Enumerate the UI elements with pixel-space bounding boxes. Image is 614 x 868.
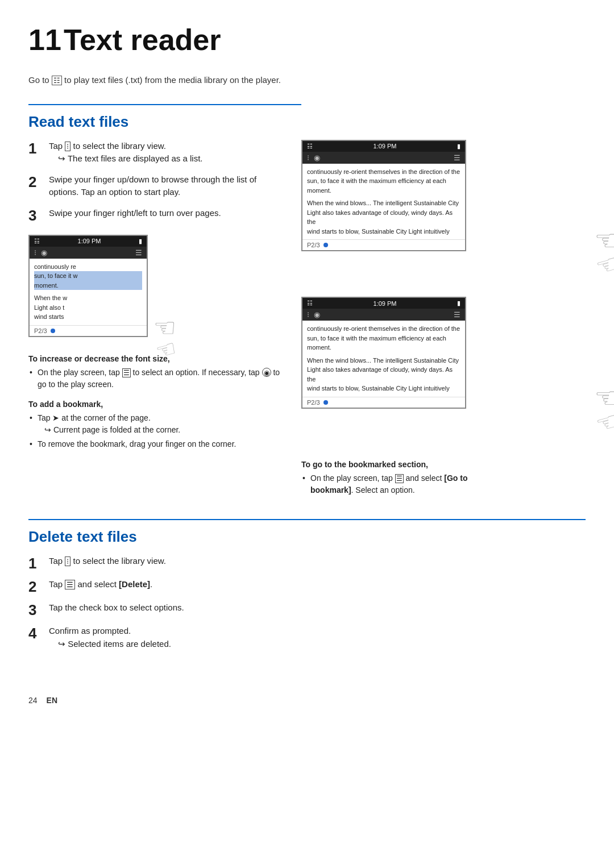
device-bot-line3: moment. xyxy=(307,343,460,352)
delete-section-divider xyxy=(28,519,586,520)
right-column: ☷ 1:09 PM ▮ ⁝ ◉ ☰ continuously re-orient… xyxy=(301,140,586,496)
swipe-hand-top-icon2: ☞ xyxy=(593,248,614,282)
bookmark-go-bullets: • On the play screen, tap ☰ and select [… xyxy=(301,472,472,496)
device-bot-dots-icon: ⁝ xyxy=(307,310,309,319)
font-size-bullet-1: • On the play screen, tap ☰ to select an… xyxy=(28,367,284,391)
device-top-page: P2/3 xyxy=(307,242,320,248)
delete-section: Delete text files 1 Tap ⁝ to select the … xyxy=(28,519,586,651)
device-bot-menu-icon: ☰ xyxy=(454,310,460,319)
device-top-menu-icon: ☰ xyxy=(454,153,460,162)
device-top-line6: wind starts to blow, Sustainable City Li… xyxy=(307,227,460,236)
device-top-icon-right: ▮ xyxy=(457,143,460,150)
step-1: 1 Tap ⁝ to select the library view. ↪ Th… xyxy=(28,140,284,165)
device-small-icon-right: ▮ xyxy=(139,238,142,245)
device-top-line4: When the wind blows... The intelligent S… xyxy=(307,198,460,208)
device-top-dot xyxy=(323,243,328,247)
step-2-content: Swipe your finger up/down to browse thro… xyxy=(49,173,284,199)
swipe-hand-bot-icon2: ☞ xyxy=(593,405,614,439)
page-title: 11 Text reader xyxy=(28,23,586,57)
device-small-time: 1:09 PM xyxy=(78,238,101,244)
device-large-bottom: ☷ 1:09 PM ▮ ⁝ ◉ ☰ continuously re-orient… xyxy=(301,297,586,409)
page-footer: 24 EN xyxy=(28,696,586,705)
delete-step-1: 1 Tap ⁝ to select the library view. xyxy=(28,555,358,572)
device-top-dots-icon: ⁝ xyxy=(307,153,309,162)
device-small-screenshot: ☷ 1:09 PM ▮ ⁝ ◉ ☰ continuously re sun, t… xyxy=(28,235,148,337)
device-small-line1: continuously re xyxy=(34,262,142,272)
font-size-bullets: • On the play screen, tap ☰ to select an… xyxy=(28,367,284,391)
delete-step-2-num: 2 xyxy=(28,578,49,596)
delete-step-2: 2 Tap ☰ and select [Delete]. xyxy=(28,578,358,596)
delete-step-3: 3 Tap the check box to select options. xyxy=(28,601,358,619)
device-small-line6: wind starts xyxy=(34,312,142,322)
delete-section-title: Delete text files xyxy=(28,528,586,546)
device-small-menu-icon: ☰ xyxy=(135,248,142,257)
page-number: 24 xyxy=(28,696,38,705)
device-top-icon-left: ☷ xyxy=(307,143,313,150)
step-2-num: 2 xyxy=(28,173,49,191)
device-top-time: 1:09 PM xyxy=(374,143,397,149)
font-size-section: To increase or decrease the font size, •… xyxy=(28,354,284,391)
bookmark-add-bullets: • Tap ➤ at the corner of the page. ↪ Cur… xyxy=(28,412,284,450)
bookmark-go-section: To go to the bookmarked section, • On th… xyxy=(301,460,472,496)
device-bot-line4: When the wind blows... The intelligent S… xyxy=(307,356,460,366)
step-3-content: Swipe your finger right/left to turn ove… xyxy=(49,207,221,220)
step-2: 2 Swipe your finger up/down to browse th… xyxy=(28,173,284,199)
read-section: Read text files 1 Tap ⁝ to select the li… xyxy=(28,104,586,496)
read-section-title: Read text files xyxy=(28,113,586,131)
delete-step-3-content: Tap the check box to select options. xyxy=(49,601,184,614)
device-small-line4: When the w xyxy=(34,293,142,303)
step-3-num: 3 xyxy=(28,207,49,225)
device-small-icon-left: ☷ xyxy=(34,238,40,245)
bookmark-add-bullet-1: • Tap ➤ at the corner of the page. ↪ Cur… xyxy=(28,412,284,436)
device-top-line5: Light also takes advantage of cloudy, wi… xyxy=(307,208,460,227)
bookmark-go-title: To go to the bookmarked section, xyxy=(301,460,472,469)
step-1-num: 1 xyxy=(28,140,49,157)
device-small-line3: moment. xyxy=(34,281,142,290)
device-small-line2: sun, to face it w xyxy=(34,271,142,281)
device-bot-line5: Light also takes advantage of cloudy, wi… xyxy=(307,365,460,384)
page-lang: EN xyxy=(47,696,57,705)
font-size-title: To increase or decrease the font size, xyxy=(28,354,284,363)
device-small-circle-icon: ◉ xyxy=(41,248,47,257)
device-top-line2: sun, to face it with the maximum efficie… xyxy=(307,176,460,186)
device-top-circle-icon: ◉ xyxy=(314,153,320,162)
device-bot-icon-left: ☷ xyxy=(307,300,313,307)
device-bot-page: P2/3 xyxy=(307,399,320,406)
title-text: Text reader xyxy=(64,23,221,56)
intro-paragraph: Go to ☷ to play text files (.txt) from t… xyxy=(28,74,301,87)
bookmark-add-bullet-2: • To remove the bookmark, drag your fing… xyxy=(28,438,284,450)
read-section-divider xyxy=(28,104,301,105)
device-bot-line1: continuously re-orient themselves in the… xyxy=(307,324,460,334)
device-small-page: P2/3 xyxy=(34,327,47,334)
device-top-line3: moment. xyxy=(307,186,460,196)
device-bot-dot xyxy=(323,400,328,405)
device-bot-icon-right: ▮ xyxy=(457,300,460,307)
delete-step-1-num: 1 xyxy=(28,555,49,572)
bookmark-add-title: To add a bookmark, xyxy=(28,400,284,409)
delete-step-4-content: Confirm as prompted. ↪ Selected items ar… xyxy=(49,625,171,650)
delete-step-4-num: 4 xyxy=(28,625,49,642)
device-small-dot xyxy=(51,329,55,333)
device-bot-circle-icon: ◉ xyxy=(314,310,320,319)
delete-step-3-num: 3 xyxy=(28,601,49,619)
delete-step-2-content: Tap ☰ and select [Delete]. xyxy=(49,578,152,591)
delete-step-4: 4 Confirm as prompted. ↪ Selected items … xyxy=(28,625,358,650)
step-3: 3 Swipe your finger right/left to turn o… xyxy=(28,207,284,225)
step-1-content: Tap ⁝ to select the library view. ↪ The … xyxy=(49,140,203,165)
device-bot-time: 1:09 PM xyxy=(374,300,397,307)
device-bot-line6: wind starts to blow, Sustainable City Li… xyxy=(307,384,460,393)
bookmark-add-section: To add a bookmark, • Tap ➤ at the corner… xyxy=(28,400,284,450)
chapter-number: 11 xyxy=(28,23,61,56)
bookmark-go-bullet-1: • On the play screen, tap ☰ and select [… xyxy=(301,472,472,496)
delete-step-1-content: Tap ⁝ to select the library view. xyxy=(49,555,166,568)
device-top-line1: continuously re-orient themselves in the… xyxy=(307,167,460,177)
device-bot-line2: sun, to face it with the maximum efficie… xyxy=(307,334,460,343)
device-small-line5: Light also t xyxy=(34,303,142,313)
device-large-top: ☷ 1:09 PM ▮ ⁝ ◉ ☰ continuously re-orient… xyxy=(301,140,586,252)
device-small-dots-icon: ⁝ xyxy=(34,248,36,257)
